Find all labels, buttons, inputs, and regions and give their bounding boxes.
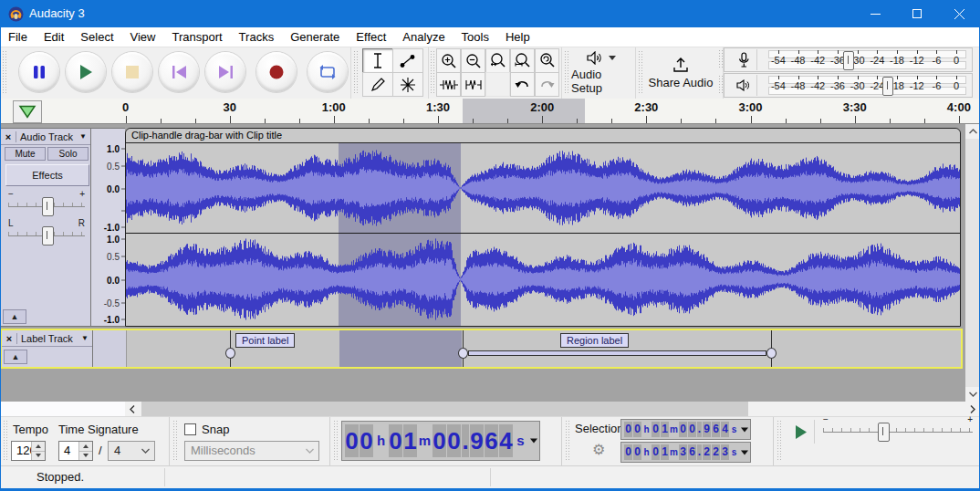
selection-settings-gear-icon[interactable]: ⚙ [592, 441, 605, 458]
time-digit[interactable]: 2 [703, 444, 711, 460]
time-ruler-scale[interactable]: 0301:001:302:002:303:003:304:00 [125, 99, 965, 123]
zoom-to-selection-button[interactable] [485, 48, 510, 73]
time-digit[interactable]: 6 [688, 444, 696, 460]
time-digit[interactable]: 4 [721, 422, 729, 437]
time-digit[interactable]: 1 [661, 422, 669, 437]
snap-mode-dropdown[interactable]: Milliseconds [184, 441, 319, 461]
toolbar-grip[interactable] [4, 421, 8, 462]
label-track-title-menu[interactable]: Label Track ▼ [17, 333, 92, 344]
skip-to-end-button[interactable] [205, 52, 245, 92]
menu-tools[interactable]: Tools [454, 28, 497, 47]
play-speed-thumb[interactable] [878, 423, 890, 442]
time-digit[interactable]: . [462, 424, 469, 457]
zoom-out-button[interactable] [461, 48, 485, 73]
scroll-left-button[interactable] [125, 402, 140, 416]
menu-effect[interactable]: Effect [348, 28, 394, 47]
time-sig-upper-spinbox[interactable]: 4 [58, 441, 93, 461]
pan-slider[interactable]: L R [6, 218, 87, 246]
menu-transport[interactable]: Transport [163, 28, 230, 47]
zoom-toggle-button[interactable] [535, 48, 559, 73]
time-digit[interactable]: 4 [499, 424, 513, 457]
time-digit[interactable]: . [697, 444, 702, 460]
toolbar-grip[interactable] [354, 51, 359, 95]
time-digit[interactable]: 0 [624, 444, 632, 460]
region-label-start-handle[interactable] [458, 348, 468, 359]
time-format-arrow-icon[interactable] [530, 439, 537, 444]
toolbar-grip[interactable] [566, 421, 570, 462]
selection-tool-button[interactable] [362, 48, 393, 73]
scroll-up-button[interactable] [965, 124, 980, 139]
close-track-button[interactable]: × [1, 131, 16, 142]
toolbar-grip[interactable] [3, 51, 7, 95]
undo-button[interactable] [510, 72, 535, 97]
minimize-button[interactable] [854, 0, 896, 27]
point-label[interactable]: Point label [235, 333, 295, 348]
toolbar-grip[interactable] [431, 51, 435, 95]
audio-position-display[interactable]: 00h01m00.964s [341, 421, 540, 461]
redo-button[interactable] [535, 72, 559, 97]
time-digit[interactable]: 9 [470, 424, 484, 457]
timeline-ruler[interactable]: 0301:001:302:002:303:003:304:00 [0, 99, 980, 124]
multi-tool-button[interactable] [392, 72, 423, 97]
play-at-speed-button[interactable] [787, 420, 815, 444]
audio-setup-button[interactable]: Audio Setup [571, 49, 631, 97]
region-label-end-handle[interactable] [766, 348, 777, 359]
menu-edit[interactable]: Edit [36, 28, 72, 47]
time-digit[interactable]: 0 [345, 424, 359, 457]
time-digit[interactable]: 0 [688, 422, 696, 437]
selection-end-display[interactable]: 00h01m36.223s [620, 442, 751, 463]
envelope-tool-button[interactable] [392, 48, 423, 73]
time-digit[interactable]: 1 [403, 424, 417, 457]
fit-project-button[interactable] [510, 48, 535, 73]
close-button[interactable] [938, 0, 980, 27]
region-label[interactable]: Region label [560, 333, 629, 348]
play-button[interactable] [66, 52, 106, 92]
share-audio-button[interactable]: Share Audio [645, 49, 716, 97]
vertical-scrollbar[interactable] [965, 124, 980, 402]
pause-button[interactable] [19, 52, 59, 92]
time-digit[interactable]: 0 [633, 444, 641, 460]
hscroll-thumb[interactable] [141, 402, 748, 416]
waveform[interactable] [126, 143, 960, 326]
close-track-button[interactable]: × [2, 333, 17, 344]
toolbar-grip[interactable] [639, 51, 643, 95]
recording-meter[interactable]: -54-48-42-36-30-24-18-12-60 [724, 47, 973, 72]
loop-pin-button[interactable] [13, 100, 42, 123]
collapse-track-button[interactable]: ▲ [3, 309, 26, 324]
playback-meter[interactable]: -54-48-42-36-30-24-18-12-60 [724, 73, 973, 98]
effects-button[interactable]: Effects [5, 164, 89, 186]
toolbar-grip[interactable] [334, 421, 339, 462]
playback-level-slider[interactable] [882, 77, 893, 96]
menu-help[interactable]: Help [497, 28, 538, 47]
recording-level-slider[interactable] [843, 51, 854, 70]
time-digit[interactable]: 6 [485, 424, 498, 457]
draw-tool-button[interactable] [362, 72, 393, 97]
label-track-content[interactable]: Point label Region label [127, 330, 961, 367]
menu-view[interactable]: View [122, 28, 164, 47]
time-digit[interactable]: 6 [712, 422, 720, 437]
skip-to-start-button[interactable] [159, 52, 199, 92]
vscroll-thumb[interactable] [965, 139, 980, 387]
menu-generate[interactable]: Generate [282, 28, 348, 47]
collapse-track-button[interactable]: ▲ [4, 350, 27, 364]
time-sig-lower-dropdown[interactable]: 4 [108, 441, 155, 461]
audio-track-vertical-ruler[interactable]: 1.00.50.0-1.01.00.50.0-0.5-1.0 [91, 128, 125, 327]
trim-outside-selection-button[interactable] [436, 72, 461, 97]
time-digit[interactable]: 0 [624, 422, 632, 437]
scroll-down-button[interactable] [965, 387, 980, 402]
time-digit[interactable]: 0 [360, 424, 373, 457]
time-digit[interactable]: 3 [679, 444, 687, 460]
point-label-handle[interactable] [225, 348, 235, 359]
time-format-arrow-icon[interactable] [741, 450, 748, 454]
time-digit[interactable]: 0 [447, 424, 461, 457]
menu-analyze[interactable]: Analyze [394, 28, 453, 47]
menu-file[interactable]: File [0, 28, 36, 47]
time-digit[interactable]: 2 [712, 444, 720, 460]
toolbar-grip[interactable] [173, 421, 178, 462]
snap-checkbox[interactable] [184, 423, 196, 435]
time-digit[interactable]: 3 [721, 444, 729, 460]
toolbar-grip[interactable] [777, 421, 782, 462]
time-digit[interactable]: 0 [652, 422, 660, 437]
time-digit[interactable]: 0 [652, 444, 660, 460]
toolbar-grip[interactable] [719, 50, 724, 69]
